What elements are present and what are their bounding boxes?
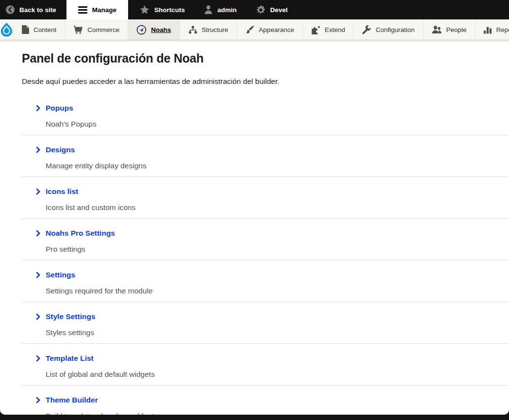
bottom-strip — [0, 415, 509, 420]
admin-tray: Content Commerce Noahs Structure Appeara — [0, 19, 509, 40]
hamburger-icon — [78, 6, 87, 14]
tray-item-configuration[interactable]: Configuration — [354, 19, 423, 40]
admin-link-label: Noahs Pro Settings — [46, 228, 115, 238]
admin-link[interactable]: Template List — [22, 354, 94, 363]
page-content: Panel de configuración de Noah Desde aqu… — [0, 40, 509, 415]
list-item: Icons list Icons list and custom icons — [22, 177, 509, 219]
tray-label-extend: Extend — [325, 26, 345, 33]
tray-label-content: Content — [33, 26, 56, 33]
tray-label-people: People — [446, 26, 467, 33]
admin-user-label: admin — [217, 6, 237, 14]
people-icon — [432, 26, 442, 34]
gear-icon — [256, 5, 265, 15]
back-icon — [6, 5, 15, 14]
admin-link-label: Theme Builder — [46, 395, 98, 405]
page-title: Panel de configuración de Noah — [22, 51, 509, 65]
admin-link[interactable]: Settings — [22, 270, 75, 280]
tray-label-appearance: Appearance — [259, 26, 294, 33]
list-item: Popups Noah's Popups — [22, 94, 509, 135]
devel-label: Devel — [270, 6, 288, 14]
admin-link[interactable]: Popups — [22, 103, 73, 113]
screen: Back to site Manage Shortcuts admin Deve — [0, 0, 509, 420]
tray-item-appearance[interactable]: Appearance — [237, 19, 303, 40]
chevron-right-icon — [35, 397, 41, 404]
admin-link-description: Build templates, header and footer. — [22, 411, 509, 415]
file-icon — [22, 25, 29, 34]
admin-link[interactable]: Theme Builder — [22, 395, 98, 405]
list-item: Style Settings Styles settings — [22, 302, 509, 344]
list-item: Template List List of global and default… — [22, 344, 509, 386]
admin-link-description: List of global and default widgets — [22, 370, 509, 379]
admin-link-description: Styles settings — [22, 328, 509, 338]
bar-chart-icon — [484, 26, 492, 34]
admin-link-description: Noah's Popups — [22, 119, 509, 129]
admin-link-description: Pro settings — [22, 244, 509, 254]
admin-link-label: Style Settings — [46, 312, 96, 322]
star-icon — [140, 5, 149, 15]
admin-link[interactable]: Noahs Pro Settings — [22, 228, 115, 238]
cart-icon — [73, 26, 83, 34]
admin-link[interactable]: Style Settings — [22, 312, 96, 322]
tray-item-people[interactable]: People — [424, 19, 476, 40]
list-item: Noahs Pro Settings Pro settings — [22, 219, 509, 260]
admin-link-label: Settings — [46, 270, 75, 280]
admin-link-description: Manage entity display designs — [22, 161, 509, 171]
admin-toolbar: Back to site Manage Shortcuts admin Deve — [0, 0, 509, 19]
chevron-right-icon — [35, 313, 41, 320]
tray-label-commerce: Commerce — [87, 26, 119, 33]
manage-tab[interactable]: Manage — [66, 0, 128, 19]
tray-item-reports[interactable]: Reports — [476, 19, 509, 40]
shortcuts-label: Shortcuts — [154, 6, 185, 14]
user-icon — [204, 5, 213, 14]
noahs-circle-plane-icon — [136, 25, 147, 35]
manage-label: Manage — [92, 6, 116, 14]
back-to-site-label: Back to site — [19, 6, 56, 14]
tray-item-content[interactable]: Content — [14, 19, 65, 40]
chevron-right-icon — [35, 230, 41, 237]
admin-link[interactable]: Icons list — [22, 187, 78, 196]
tray-label-noahs: Noahs — [151, 26, 171, 33]
admin-link-label: Icons list — [46, 187, 78, 196]
tray-label-configuration: Configuration — [376, 26, 414, 33]
list-item: Theme Builder Build templates, header an… — [22, 386, 509, 415]
list-item: Designs Manage entity display designs — [22, 135, 509, 177]
puzzle-icon — [311, 25, 320, 34]
admin-user-button[interactable]: admin — [197, 0, 245, 19]
drupal-logo-icon — [0, 22, 13, 37]
tray-item-noahs[interactable]: Noahs — [128, 19, 180, 40]
admin-link-description: Settings required for the module — [22, 286, 509, 296]
list-item: Settings Settings required for the modul… — [22, 260, 509, 302]
admin-link-label: Popups — [46, 103, 73, 113]
devel-button[interactable]: Devel — [248, 0, 296, 19]
admin-link[interactable]: Designs — [22, 145, 75, 155]
tray-item-commerce[interactable]: Commerce — [65, 19, 128, 40]
sitemap-icon — [188, 26, 197, 34]
back-to-site-button[interactable]: Back to site — [0, 0, 64, 19]
paintbrush-icon — [245, 25, 254, 34]
admin-link-label: Designs — [46, 145, 75, 155]
drupal-home-button[interactable] — [0, 19, 14, 40]
chevron-right-icon — [35, 355, 41, 362]
page-description: Desde aquí puedes acceder a las herramie… — [22, 76, 509, 86]
tray-item-extend[interactable]: Extend — [303, 19, 354, 40]
chevron-right-icon — [35, 146, 41, 153]
tray-label-reports: Reports — [496, 26, 509, 33]
shortcuts-button[interactable]: Shortcuts — [132, 0, 193, 19]
chevron-right-icon — [35, 272, 41, 278]
wrench-icon — [362, 25, 371, 34]
chevron-right-icon — [35, 105, 41, 112]
tray-item-structure[interactable]: Structure — [180, 19, 237, 40]
admin-link-label: Template List — [46, 354, 94, 363]
admin-link-description: Icons list and custom icons — [22, 203, 509, 212]
tray-label-structure: Structure — [202, 26, 229, 33]
chevron-right-icon — [35, 188, 41, 195]
admin-links-list: Popups Noah's Popups Designs Manage enti… — [22, 94, 509, 415]
